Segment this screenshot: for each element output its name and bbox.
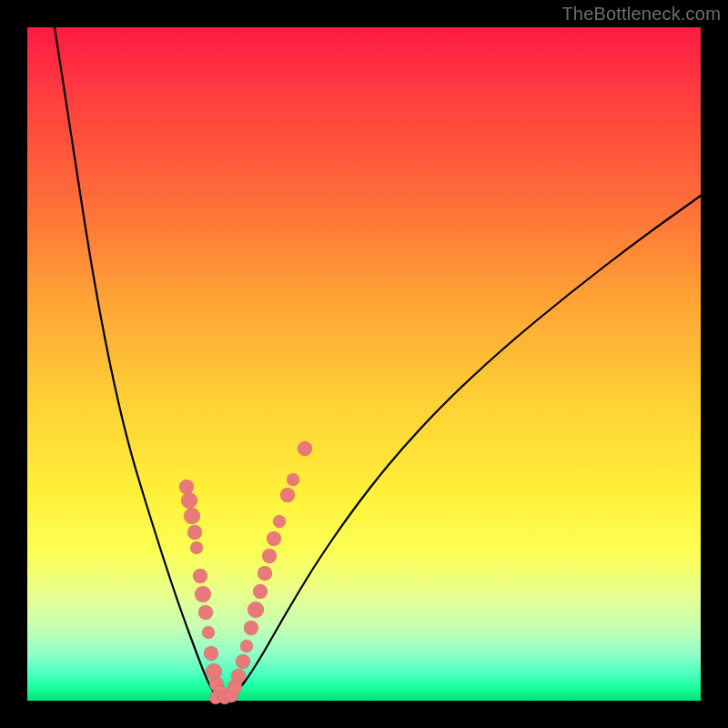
scatter-dot	[198, 605, 213, 620]
scatter-dot	[179, 480, 194, 494]
scatter-dot	[204, 646, 218, 661]
scatter-dot	[240, 640, 253, 652]
scatter-dot	[206, 663, 222, 680]
scatter-dot	[190, 541, 203, 554]
scatter-dot	[244, 621, 258, 635]
scatter-dot	[195, 586, 211, 602]
scatter-dot	[267, 531, 281, 546]
scatter-dot	[280, 488, 295, 502]
scatter-dot	[187, 525, 202, 540]
left-curve	[55, 27, 217, 696]
scatter-dot-group	[179, 441, 312, 704]
chart-svg	[27, 27, 701, 701]
scatter-dot	[258, 566, 272, 581]
scatter-dot	[202, 626, 215, 639]
scatter-dot	[193, 569, 207, 583]
scatter-dot	[253, 584, 268, 599]
scatter-dot	[298, 441, 312, 456]
chart-plot-area	[27, 27, 701, 701]
scatter-dot	[273, 515, 286, 528]
watermark-text: TheBottleneck.com	[561, 4, 721, 25]
scatter-dot	[181, 492, 197, 509]
scatter-dot	[184, 508, 200, 524]
scatter-dot	[236, 654, 250, 669]
scatter-dot	[231, 669, 246, 683]
scatter-dot	[262, 549, 277, 563]
scatter-dot	[287, 473, 299, 486]
scatter-dot	[248, 602, 264, 618]
